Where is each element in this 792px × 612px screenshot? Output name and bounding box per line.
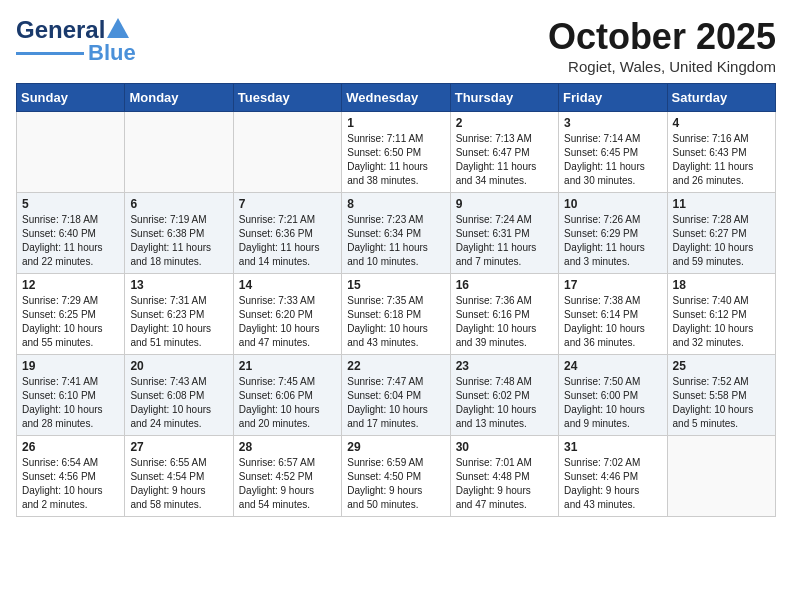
- day-number: 24: [564, 359, 661, 373]
- calendar-cell: 1Sunrise: 7:11 AMSunset: 6:50 PMDaylight…: [342, 112, 450, 193]
- day-number: 4: [673, 116, 770, 130]
- calendar-cell: 31Sunrise: 7:02 AMSunset: 4:46 PMDayligh…: [559, 436, 667, 517]
- cell-text: Daylight: 11 hours: [564, 160, 661, 174]
- logo-underline: [16, 52, 84, 55]
- cell-text: Sunrise: 7:16 AM: [673, 132, 770, 146]
- cell-text: Sunset: 6:20 PM: [239, 308, 336, 322]
- cell-text: Sunset: 6:23 PM: [130, 308, 227, 322]
- calendar-cell: 22Sunrise: 7:47 AMSunset: 6:04 PMDayligh…: [342, 355, 450, 436]
- week-row-2: 5Sunrise: 7:18 AMSunset: 6:40 PMDaylight…: [17, 193, 776, 274]
- cell-text: and 43 minutes.: [347, 336, 444, 350]
- cell-text: Sunset: 6:12 PM: [673, 308, 770, 322]
- calendar-cell: [667, 436, 775, 517]
- cell-text: Sunset: 6:43 PM: [673, 146, 770, 160]
- svg-marker-0: [107, 18, 129, 38]
- cell-text: Daylight: 10 hours: [673, 403, 770, 417]
- cell-text: and 38 minutes.: [347, 174, 444, 188]
- cell-text: Daylight: 10 hours: [22, 322, 119, 336]
- cell-text: and 28 minutes.: [22, 417, 119, 431]
- cell-text: Sunrise: 7:48 AM: [456, 375, 553, 389]
- calendar-cell: 6Sunrise: 7:19 AMSunset: 6:38 PMDaylight…: [125, 193, 233, 274]
- cell-text: and 39 minutes.: [456, 336, 553, 350]
- weekday-header-wednesday: Wednesday: [342, 84, 450, 112]
- day-number: 27: [130, 440, 227, 454]
- cell-text: and 47 minutes.: [239, 336, 336, 350]
- day-number: 6: [130, 197, 227, 211]
- cell-text: and 18 minutes.: [130, 255, 227, 269]
- calendar-cell: 14Sunrise: 7:33 AMSunset: 6:20 PMDayligh…: [233, 274, 341, 355]
- day-number: 2: [456, 116, 553, 130]
- day-number: 31: [564, 440, 661, 454]
- cell-text: Sunset: 6:34 PM: [347, 227, 444, 241]
- cell-text: Sunset: 6:14 PM: [564, 308, 661, 322]
- cell-text: Sunset: 5:58 PM: [673, 389, 770, 403]
- cell-text: Sunset: 4:46 PM: [564, 470, 661, 484]
- day-number: 14: [239, 278, 336, 292]
- cell-text: and 9 minutes.: [564, 417, 661, 431]
- calendar-cell: 28Sunrise: 6:57 AMSunset: 4:52 PMDayligh…: [233, 436, 341, 517]
- cell-text: and 24 minutes.: [130, 417, 227, 431]
- day-number: 12: [22, 278, 119, 292]
- calendar-cell: 25Sunrise: 7:52 AMSunset: 5:58 PMDayligh…: [667, 355, 775, 436]
- cell-text: Sunset: 6:38 PM: [130, 227, 227, 241]
- day-number: 21: [239, 359, 336, 373]
- cell-text: Sunrise: 6:57 AM: [239, 456, 336, 470]
- cell-text: Sunrise: 7:29 AM: [22, 294, 119, 308]
- day-number: 10: [564, 197, 661, 211]
- day-number: 26: [22, 440, 119, 454]
- cell-text: Daylight: 9 hours: [347, 484, 444, 498]
- calendar-cell: 29Sunrise: 6:59 AMSunset: 4:50 PMDayligh…: [342, 436, 450, 517]
- cell-text: Sunset: 6:00 PM: [564, 389, 661, 403]
- day-number: 1: [347, 116, 444, 130]
- cell-text: and 14 minutes.: [239, 255, 336, 269]
- cell-text: Sunset: 6:08 PM: [130, 389, 227, 403]
- cell-text: Sunset: 6:10 PM: [22, 389, 119, 403]
- cell-text: and 51 minutes.: [130, 336, 227, 350]
- calendar-cell: 30Sunrise: 7:01 AMSunset: 4:48 PMDayligh…: [450, 436, 558, 517]
- day-number: 28: [239, 440, 336, 454]
- cell-text: Daylight: 10 hours: [673, 241, 770, 255]
- day-number: 16: [456, 278, 553, 292]
- calendar-cell: 8Sunrise: 7:23 AMSunset: 6:34 PMDaylight…: [342, 193, 450, 274]
- cell-text: Daylight: 9 hours: [564, 484, 661, 498]
- cell-text: and 20 minutes.: [239, 417, 336, 431]
- cell-text: Daylight: 11 hours: [564, 241, 661, 255]
- cell-text: Daylight: 11 hours: [347, 241, 444, 255]
- calendar-cell: 27Sunrise: 6:55 AMSunset: 4:54 PMDayligh…: [125, 436, 233, 517]
- cell-text: Sunrise: 7:35 AM: [347, 294, 444, 308]
- cell-text: Sunset: 6:45 PM: [564, 146, 661, 160]
- week-row-4: 19Sunrise: 7:41 AMSunset: 6:10 PMDayligh…: [17, 355, 776, 436]
- cell-text: Daylight: 10 hours: [564, 322, 661, 336]
- day-number: 9: [456, 197, 553, 211]
- cell-text: and 59 minutes.: [673, 255, 770, 269]
- cell-text: and 34 minutes.: [456, 174, 553, 188]
- day-number: 3: [564, 116, 661, 130]
- cell-text: Sunset: 6:36 PM: [239, 227, 336, 241]
- cell-text: Sunrise: 7:13 AM: [456, 132, 553, 146]
- calendar-cell: 13Sunrise: 7:31 AMSunset: 6:23 PMDayligh…: [125, 274, 233, 355]
- cell-text: and 58 minutes.: [130, 498, 227, 512]
- cell-text: Sunrise: 7:01 AM: [456, 456, 553, 470]
- cell-text: and 32 minutes.: [673, 336, 770, 350]
- cell-text: Sunrise: 7:40 AM: [673, 294, 770, 308]
- cell-text: Daylight: 9 hours: [130, 484, 227, 498]
- day-number: 17: [564, 278, 661, 292]
- day-number: 13: [130, 278, 227, 292]
- calendar-cell: 26Sunrise: 6:54 AMSunset: 4:56 PMDayligh…: [17, 436, 125, 517]
- calendar-cell: 3Sunrise: 7:14 AMSunset: 6:45 PMDaylight…: [559, 112, 667, 193]
- cell-text: Sunrise: 7:33 AM: [239, 294, 336, 308]
- cell-text: Sunrise: 7:24 AM: [456, 213, 553, 227]
- cell-text: Sunrise: 7:21 AM: [239, 213, 336, 227]
- cell-text: Sunrise: 7:31 AM: [130, 294, 227, 308]
- day-number: 8: [347, 197, 444, 211]
- day-number: 19: [22, 359, 119, 373]
- cell-text: Sunset: 6:47 PM: [456, 146, 553, 160]
- calendar-cell: 23Sunrise: 7:48 AMSunset: 6:02 PMDayligh…: [450, 355, 558, 436]
- cell-text: and 5 minutes.: [673, 417, 770, 431]
- weekday-header-sunday: Sunday: [17, 84, 125, 112]
- week-row-3: 12Sunrise: 7:29 AMSunset: 6:25 PMDayligh…: [17, 274, 776, 355]
- cell-text: and 10 minutes.: [347, 255, 444, 269]
- calendar-cell: 17Sunrise: 7:38 AMSunset: 6:14 PMDayligh…: [559, 274, 667, 355]
- day-number: 22: [347, 359, 444, 373]
- cell-text: Sunrise: 7:23 AM: [347, 213, 444, 227]
